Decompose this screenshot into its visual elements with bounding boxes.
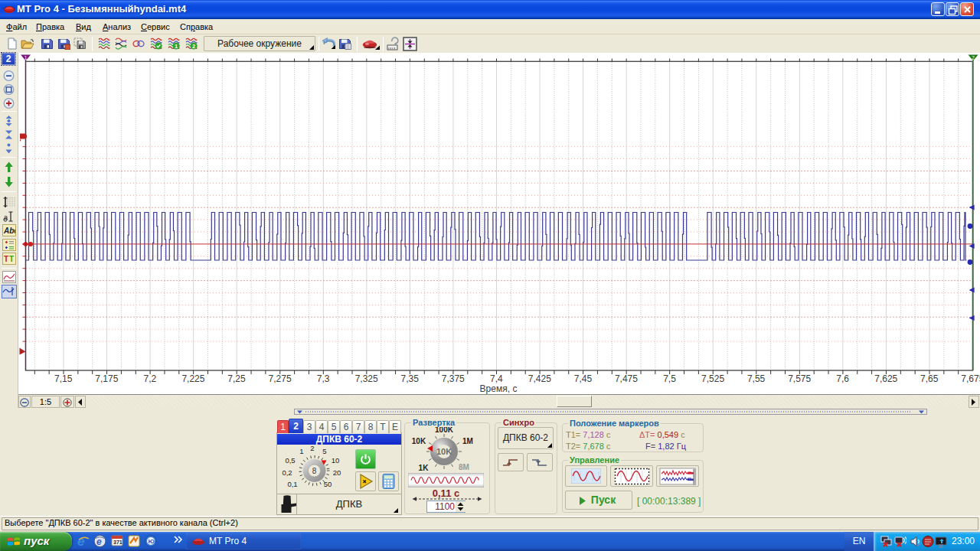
svg-text:Время, с: Время, с <box>480 383 518 394</box>
svg-text:7,225: 7,225 <box>181 373 204 384</box>
svg-text:7,575: 7,575 <box>788 373 811 384</box>
svg-text:T: T <box>9 255 14 263</box>
svg-text:7,175: 7,175 <box>95 373 118 384</box>
svg-text:7,475: 7,475 <box>615 373 638 384</box>
svg-text:7,4: 7,4 <box>490 373 503 384</box>
svg-text:7,675: 7,675 <box>961 373 980 384</box>
svg-text:Abc: Abc <box>3 227 15 235</box>
svg-text:2: 2 <box>310 445 314 452</box>
svg-text:2: 2 <box>972 55 975 60</box>
svg-text:1: 1 <box>175 43 178 50</box>
svg-text:7,25: 7,25 <box>227 373 246 384</box>
svg-text:10K: 10K <box>436 447 452 456</box>
svg-text:8M: 8M <box>459 463 469 471</box>
svg-text:50: 50 <box>324 480 332 488</box>
svg-text:100K: 100K <box>435 427 454 434</box>
svg-text:2: 2 <box>192 43 195 50</box>
svg-text:1K: 1K <box>419 464 430 472</box>
svg-text:0,2: 0,2 <box>282 468 292 477</box>
svg-text:1M: 1M <box>462 437 473 445</box>
svg-text:5: 5 <box>322 447 326 455</box>
svg-text:T: T <box>4 255 8 263</box>
svg-text:Ю: Ю <box>149 538 155 545</box>
svg-text:7,425: 7,425 <box>528 373 551 384</box>
svg-text:8: 8 <box>312 467 317 475</box>
svg-text:1: 1 <box>24 55 28 60</box>
svg-text:7,55: 7,55 <box>747 373 766 384</box>
svg-text:0,1: 0,1 <box>287 480 297 488</box>
svg-text:7,35: 7,35 <box>401 373 420 384</box>
svg-text:1: 1 <box>299 447 303 455</box>
svg-text:10K: 10K <box>412 437 426 445</box>
svg-text:7,2: 7,2 <box>144 373 157 384</box>
svg-text:7,6: 7,6 <box>836 373 849 384</box>
svg-text:7,525: 7,525 <box>701 373 724 384</box>
svg-text:7,45: 7,45 <box>574 373 593 384</box>
svg-text:e: e <box>77 534 84 548</box>
svg-text:0,5: 0,5 <box>285 456 295 465</box>
svg-text:7,5: 7,5 <box>663 373 676 384</box>
svg-text:7,275: 7,275 <box>269 373 292 384</box>
svg-text:7,15: 7,15 <box>54 373 73 384</box>
svg-text:20: 20 <box>333 468 341 477</box>
svg-text:7,65: 7,65 <box>920 373 939 384</box>
svg-text:7,3: 7,3 <box>317 373 330 384</box>
svg-text:10: 10 <box>332 456 340 465</box>
svg-text:7,625: 7,625 <box>874 373 897 384</box>
svg-text:7,325: 7,325 <box>355 373 378 384</box>
svg-text:7,375: 7,375 <box>442 373 465 384</box>
svg-text:371: 371 <box>113 540 122 545</box>
